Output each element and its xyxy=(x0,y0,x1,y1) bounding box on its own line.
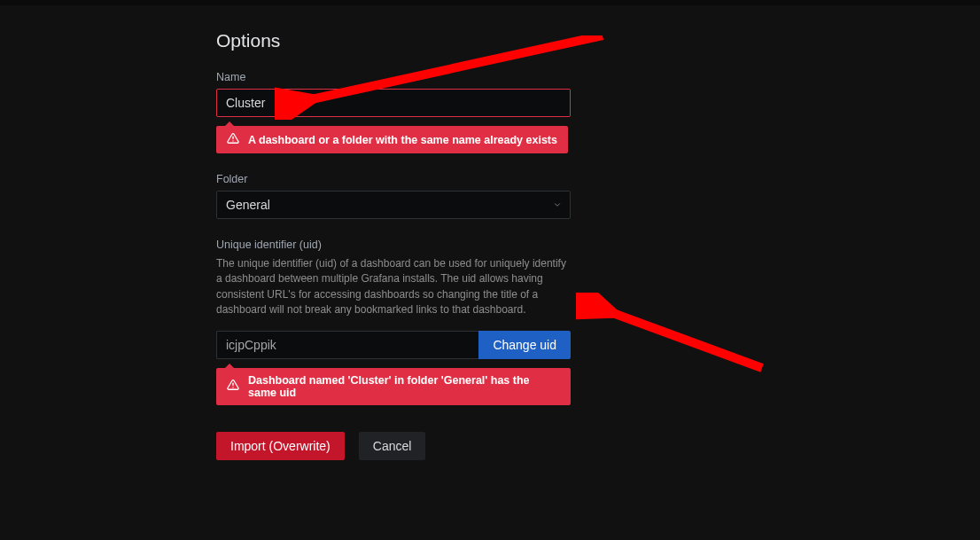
top-bar xyxy=(0,0,980,5)
warning-icon xyxy=(227,379,239,394)
warning-icon xyxy=(227,132,239,147)
name-error-box: A dashboard or a folder with the same na… xyxy=(216,126,568,153)
uid-error-text: Dashboard named 'Cluster' in folder 'Gen… xyxy=(248,374,560,399)
import-button[interactable]: Import (Overwrite) xyxy=(216,432,345,460)
folder-select[interactable]: General xyxy=(216,191,571,219)
name-input[interactable] xyxy=(216,89,571,117)
uid-error-box: Dashboard named 'Cluster' in folder 'Gen… xyxy=(216,368,571,405)
uid-help-text: The unique identifier (uid) of a dashboa… xyxy=(216,256,571,318)
uid-input[interactable] xyxy=(216,331,478,359)
name-label: Name xyxy=(216,71,571,83)
change-uid-button[interactable]: Change uid xyxy=(478,331,571,359)
uid-label: Unique identifier (uid) xyxy=(216,239,571,251)
svg-line-7 xyxy=(601,309,762,368)
folder-value: General xyxy=(226,198,270,212)
options-panel: Options Name A dashboard or a folder wit… xyxy=(216,30,571,460)
page-title: Options xyxy=(216,30,571,51)
cancel-button[interactable]: Cancel xyxy=(359,432,426,460)
annotation-arrow-uid xyxy=(576,293,771,377)
name-error-text: A dashboard or a folder with the same na… xyxy=(248,134,557,146)
folder-label: Folder xyxy=(216,173,571,185)
